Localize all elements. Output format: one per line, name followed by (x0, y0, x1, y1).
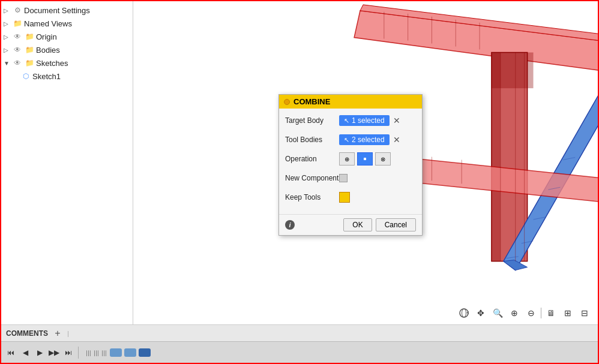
zoom-out-btn[interactable]: ⊖ (524, 306, 538, 320)
timeline-next-end-btn[interactable]: ⏭ (62, 347, 74, 359)
timeline-step-2[interactable] (124, 348, 136, 357)
svg-rect-28 (364, 158, 366, 160)
dialog-title: COMBINE (293, 97, 330, 106)
dialog-titlebar: COMBINE (279, 95, 422, 109)
layout-btn[interactable]: ⊟ (577, 306, 592, 320)
sidebar: ▷ ⚙ Document Settings ▷ 📁 Named Views ▷ … (1, 1, 133, 324)
target-body-label: Target Body (285, 116, 339, 125)
eye-icon-bodies: 👁 (12, 44, 23, 55)
bodies-label: Bodies (36, 46, 60, 55)
arrow-origin: ▷ (4, 34, 12, 40)
folder-icon-named-views: 📁 (12, 18, 23, 29)
gear-icon: ⚙ (12, 5, 23, 16)
combine-dialog: COMBINE Target Body ↖ 1 selected ✕ (278, 94, 423, 236)
timeline-bar: ⏮ ◀ ▶ ▶▶ ⏭ ⫼⫼⫼ (1, 341, 598, 363)
dialog-body: Target Body ↖ 1 selected ✕ Tool Bodies (279, 109, 422, 214)
comments-label: COMMENTS (6, 329, 48, 338)
timeline-prev-start-btn[interactable]: ⏮ (5, 347, 17, 359)
cut-icon (361, 155, 369, 163)
target-body-clear-btn[interactable]: ✕ (392, 116, 402, 125)
op-intersect-btn[interactable]: ⊗ (375, 152, 391, 166)
viewport-toolbar: ✥ 🔍 ⊕ ⊖ 🖥 ⊞ ⊟ (457, 306, 592, 320)
timeline-divider (78, 347, 79, 359)
toolbar-divider (541, 308, 541, 318)
keep-tools-row: Keep Tools (285, 190, 416, 204)
new-component-row: New Component (285, 171, 416, 185)
operation-row: Operation ⊕ ⊗ (285, 152, 416, 166)
timeline-step-1[interactable] (110, 348, 122, 357)
arrow-doc-settings: ▷ (4, 7, 12, 14)
target-body-value: 1 selected (352, 116, 385, 125)
target-body-row: Target Body ↖ 1 selected ✕ (285, 113, 416, 128)
grid-view-btn[interactable]: ⊞ (561, 306, 575, 320)
folder-icon-bodies: 📁 (24, 44, 35, 55)
arrow-named-views: ▷ (4, 20, 12, 27)
sidebar-item-bodies[interactable]: ▷ 👁 📁 Bodies (1, 43, 133, 56)
pan-btn[interactable]: ✥ (474, 306, 488, 320)
new-component-label: New Component (285, 174, 339, 182)
keep-tools-checkbox[interactable] (339, 192, 350, 203)
folder-icon-origin: 📁 (24, 31, 35, 42)
target-body-control: ↖ 1 selected ✕ (339, 115, 416, 126)
tool-bodies-label: Tool Bodies (285, 136, 339, 144)
timeline-prev-btn[interactable]: ◀ (19, 347, 31, 359)
eye-icon-sketches: 👁 (12, 58, 23, 68)
operation-control: ⊕ ⊗ (339, 152, 416, 166)
op-cut-btn[interactable] (357, 152, 373, 166)
keep-tools-label: Keep Tools (285, 193, 339, 201)
target-body-selected-btn[interactable]: ↖ 1 selected (339, 115, 390, 126)
orbit-icon (459, 308, 469, 318)
content-area: ▷ ⚙ Document Settings ▷ 📁 Named Views ▷ … (1, 1, 598, 324)
tool-bodies-value: 2 selected (352, 136, 385, 144)
sidebar-item-origin[interactable]: ▷ 👁 📁 Origin (1, 30, 133, 43)
new-component-checkbox[interactable] (339, 174, 348, 182)
cursor-icon-target: ↖ (344, 117, 349, 125)
sidebar-item-document-settings[interactable]: ▷ ⚙ Document Settings (1, 4, 133, 17)
timeline-play-btn[interactable]: ▶ (34, 347, 46, 359)
info-icon[interactable]: i (285, 220, 295, 230)
tool-bodies-row: Tool Bodies ↖ 2 selected ✕ (285, 133, 416, 147)
zoom-in-btn[interactable]: ⊕ (507, 306, 522, 320)
dialog-footer: i OK Cancel (279, 214, 422, 235)
svg-rect-8 (492, 52, 534, 88)
orbit-btn[interactable] (457, 306, 471, 320)
sketches-label: Sketches (36, 59, 68, 68)
named-views-label: Named Views (24, 19, 72, 28)
tool-bodies-clear-btn[interactable]: ✕ (392, 135, 402, 145)
ok-button[interactable]: OK (343, 218, 372, 231)
sidebar-item-named-views[interactable]: ▷ 📁 Named Views (1, 17, 133, 30)
main-container: ▷ ⚙ Document Settings ▷ 📁 Named Views ▷ … (1, 1, 598, 363)
zoom-fit-btn[interactable]: 🔍 (490, 306, 505, 320)
doc-settings-label: Document Settings (24, 6, 90, 15)
tool-bodies-selected-btn[interactable]: ↖ 2 selected (339, 134, 390, 145)
op-join-btn[interactable]: ⊕ (339, 152, 355, 166)
cancel-button[interactable]: Cancel (376, 218, 416, 231)
arrow-sketch1 (12, 73, 20, 80)
sketch-icon: ⬡ (20, 71, 31, 82)
arrow-sketches: ▼ (4, 60, 12, 67)
add-comment-button[interactable]: + (52, 327, 64, 339)
sketch1-label: Sketch1 (32, 72, 61, 81)
keep-tools-control (339, 192, 416, 203)
timeline-step-3[interactable] (139, 348, 151, 357)
viewport: COMBINE Target Body ↖ 1 selected ✕ (133, 1, 598, 324)
origin-label: Origin (36, 32, 57, 41)
timeline-steps: ⫼⫼⫼ (85, 348, 151, 357)
folder-icon-sketches: 📁 (24, 58, 35, 68)
eye-icon-origin: 👁 (12, 31, 23, 42)
bottom-divider: | (67, 330, 69, 337)
step-lines: ⫼⫼⫼ (85, 348, 108, 357)
svg-point-30 (462, 309, 466, 317)
tool-bodies-control: ↖ 2 selected ✕ (339, 134, 416, 145)
display-mode-btn[interactable]: 🖥 (544, 306, 558, 320)
cursor-icon-tool: ↖ (344, 136, 349, 144)
timeline-next-btn[interactable]: ▶▶ (48, 347, 60, 359)
sidebar-item-sketches[interactable]: ▼ 👁 📁 Sketches (1, 56, 133, 70)
title-dot (284, 99, 290, 105)
operation-label: Operation (285, 155, 339, 163)
arrow-bodies: ▷ (4, 47, 12, 53)
bottom-bar: COMMENTS + | (1, 324, 598, 341)
svg-point-29 (460, 309, 468, 317)
sidebar-item-sketch1[interactable]: ⬡ Sketch1 (1, 70, 133, 83)
new-component-control (339, 174, 416, 182)
